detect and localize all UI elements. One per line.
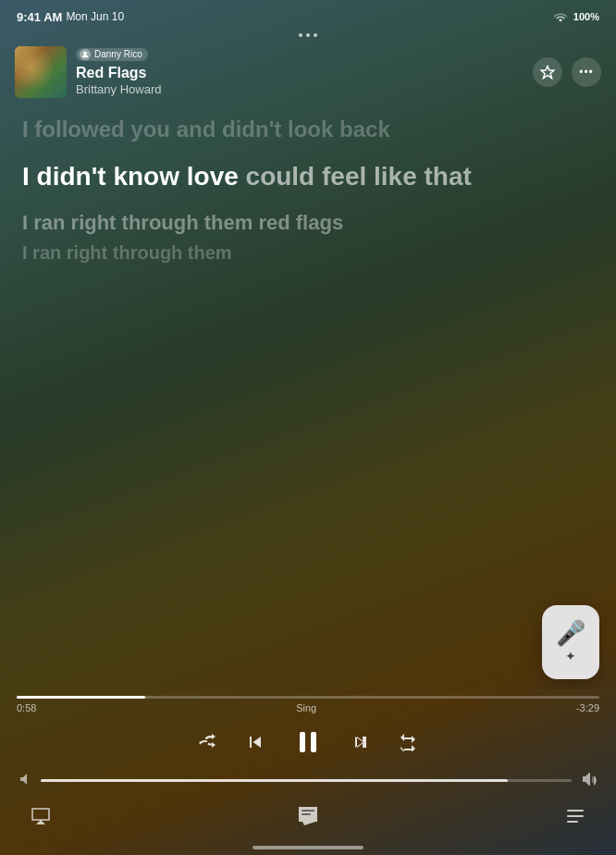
- progress-labels: 0:58 Sing -3:29: [17, 702, 599, 713]
- repeat-button[interactable]: [398, 733, 418, 751]
- more-options-button[interactable]: •••: [572, 57, 601, 87]
- star-button[interactable]: [533, 57, 562, 87]
- airplay-button[interactable]: [30, 805, 52, 827]
- progress-section: 0:58 Sing -3:29: [0, 696, 616, 713]
- status-right: 100%: [553, 10, 599, 24]
- progress-remaining: -3:29: [576, 702, 599, 713]
- svg-point-0: [83, 52, 87, 56]
- svg-rect-7: [567, 815, 584, 817]
- track-title: Red Flags: [76, 64, 161, 81]
- progress-bar[interactable]: [17, 696, 599, 699]
- progress-fill: [17, 696, 145, 699]
- pause-button[interactable]: [292, 726, 324, 758]
- volume-low-icon: [18, 773, 31, 788]
- svg-rect-6: [567, 810, 584, 812]
- wifi-icon: [553, 10, 568, 24]
- now-playing-header: Danny Rico Red Flags Brittany Howard •••: [0, 39, 616, 105]
- svg-rect-5: [302, 813, 311, 815]
- forward-button[interactable]: [350, 731, 372, 753]
- status-bar: 9:41 AM Mon Jun 10 100%: [0, 0, 616, 30]
- progress-label: Sing: [296, 702, 316, 713]
- svg-rect-4: [302, 810, 314, 812]
- bottom-bar: [0, 798, 616, 842]
- lyric-active-part2: could feel like that: [246, 162, 472, 191]
- lyrics-button[interactable]: [297, 805, 319, 827]
- lyric-line-2-active: I didn't know love could feel like that: [22, 159, 594, 194]
- volume-high-icon: [581, 773, 598, 788]
- shuffle-button[interactable]: [198, 734, 218, 750]
- svg-rect-2: [300, 732, 305, 752]
- svg-rect-8: [567, 821, 578, 823]
- user-icon: [80, 49, 91, 60]
- album-track-info: Danny Rico Red Flags Brittany Howard: [15, 46, 161, 98]
- home-bar: [253, 846, 363, 849]
- karaoke-sing-button[interactable]: 🎤 ✦: [542, 605, 599, 679]
- track-user-name: Danny Rico: [94, 49, 142, 59]
- karaoke-sparkle-icon: ✦: [565, 649, 576, 663]
- track-text: Danny Rico Red Flags Brittany Howard: [76, 48, 161, 96]
- lyric-active-part1: I didn't know love: [22, 162, 246, 191]
- progress-current: 0:58: [17, 702, 36, 713]
- lyrics-area: I followed you and didn't look back I di…: [0, 105, 616, 688]
- header-actions: •••: [533, 57, 601, 87]
- volume-fill: [41, 779, 508, 782]
- track-user-badge: Danny Rico: [76, 48, 148, 61]
- status-date: Mon Jun 10: [66, 10, 124, 23]
- track-artist: Brittany Howard: [76, 82, 161, 96]
- top-dots: [0, 30, 616, 39]
- karaoke-mic-icon: 🎤: [556, 621, 585, 645]
- status-time: 9:41 AM: [17, 10, 62, 24]
- volume-slider[interactable]: [41, 779, 572, 782]
- volume-section: [0, 769, 616, 798]
- lyric-line-4: I ran right through them: [22, 241, 594, 266]
- album-art: [15, 46, 67, 98]
- rewind-button[interactable]: [244, 731, 266, 753]
- lyric-line-1: I followed you and didn't look back: [22, 115, 594, 144]
- queue-button[interactable]: [564, 805, 586, 827]
- battery-icon: 100%: [573, 11, 599, 22]
- svg-marker-1: [541, 67, 554, 79]
- home-indicator: [0, 842, 616, 855]
- playback-controls: [0, 713, 616, 769]
- lyric-line-3: I ran right through them red flags: [22, 209, 594, 237]
- svg-rect-3: [311, 732, 316, 752]
